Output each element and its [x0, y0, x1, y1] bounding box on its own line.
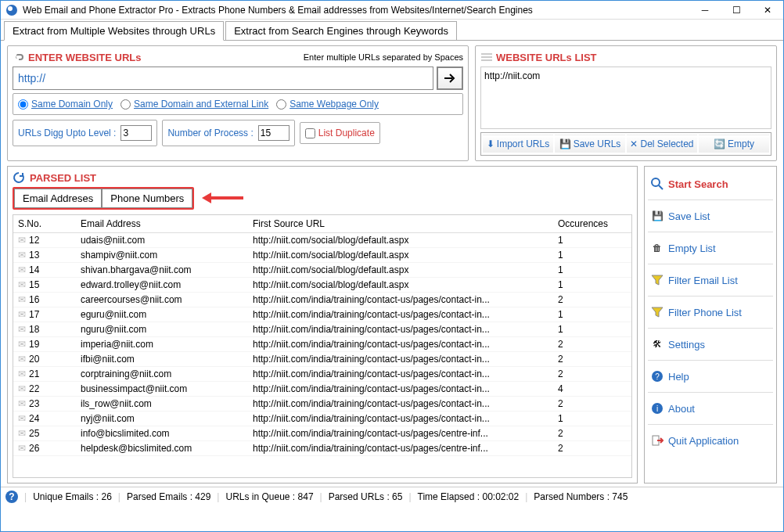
help-button[interactable]: ?Help [648, 365, 773, 387]
import-urls-button[interactable]: ⬇Import URLs [483, 135, 553, 153]
mail-icon: ✉ [18, 443, 26, 454]
digg-level-label: URLs Digg Upto Level : [18, 128, 116, 138]
stat-urls-queue: URLs in Queue : 847 [225, 491, 313, 502]
status-help-icon[interactable]: ? [5, 491, 18, 503]
del-selected-button[interactable]: ✕Del Selected [627, 135, 697, 153]
save-list-button[interactable]: 💾Save List [648, 205, 773, 227]
col-sno[interactable]: S.No. [13, 215, 76, 233]
refresh-icon [13, 171, 25, 184]
svg-rect-3 [481, 56, 492, 58]
empty-list-button[interactable]: 🗑Empty List [648, 237, 773, 259]
mode-tabs: Extract from Multiple Websites through U… [1, 20, 783, 41]
filter-icon [651, 306, 664, 318]
empty-icon: 🔄 [714, 138, 725, 149]
digg-level-input[interactable] [120, 125, 152, 141]
close-button[interactable]: ✕ [752, 1, 783, 20]
col-source[interactable]: First Source URL [248, 215, 553, 233]
table-row[interactable]: ✉12udais@niit.comhttp://niit.com/social/… [13, 233, 631, 248]
settings-button[interactable]: 🛠Settings [648, 333, 773, 355]
results-table-wrap[interactable]: S.No. Email Address First Source URL Occ… [13, 214, 632, 478]
annotation-arrow-icon [200, 189, 247, 207]
mail-icon: ✉ [18, 250, 26, 261]
about-button[interactable]: iAbout [648, 397, 773, 419]
stat-time-elapsed: Time Elapsed : 00:02:02 [418, 491, 520, 502]
filter-email-button[interactable]: Filter Email List [648, 269, 773, 291]
quit-button[interactable]: Quit Application [648, 430, 773, 451]
domain-scope-radios: Same Domain Only Same Domain and Externa… [13, 93, 463, 115]
table-row[interactable]: ✉26helpdesk@bicslimited.comhttp://niit.c… [13, 441, 631, 456]
app-icon [5, 4, 18, 16]
results-table: S.No. Email Address First Source URL Occ… [13, 215, 631, 456]
parsed-title: PARSED LIST [30, 172, 96, 184]
help-icon: ? [651, 370, 664, 383]
table-row[interactable]: ✉13shampiv@niit.comhttp://niit.com/socia… [13, 248, 631, 263]
url-list-item[interactable]: http://niit.com [484, 70, 768, 81]
mail-icon: ✉ [18, 383, 26, 394]
maximize-button[interactable]: ☐ [721, 1, 752, 20]
radio-same-domain[interactable]: Same Domain Only [18, 99, 113, 110]
mail-icon: ✉ [18, 309, 26, 320]
minimize-button[interactable]: ─ [689, 1, 721, 20]
search-icon [651, 178, 664, 190]
col-email[interactable]: Email Address [76, 215, 248, 233]
table-row[interactable]: ✉14shivan.bhargava@niit.comhttp://niit.c… [13, 263, 631, 278]
link-icon [13, 51, 25, 63]
arrow-right-icon [443, 71, 457, 85]
tab-phone-numbers[interactable]: Phone Numbers [102, 189, 192, 208]
table-row[interactable]: ✉21corptraining@niit.comhttp://niit.com/… [13, 367, 631, 382]
go-button[interactable] [437, 66, 463, 90]
window-title: Web Email and Phone Extractor Pro - Extr… [23, 5, 689, 16]
delete-icon: ✕ [630, 138, 638, 149]
digg-level-box: URLs Digg Upto Level : [13, 120, 157, 146]
trash-icon: 🗑 [651, 242, 664, 254]
stat-parsed-urls: Parsed URLs : 65 [329, 491, 403, 502]
url-input[interactable] [13, 66, 433, 90]
mail-icon: ✉ [18, 368, 26, 379]
svg-point-5 [652, 178, 660, 186]
list-duplicate-checkbox[interactable] [305, 128, 315, 138]
save-urls-button[interactable]: 💾Save URLs [555, 135, 625, 153]
side-panel: Start Search 💾Save List 🗑Empty List Filt… [644, 166, 777, 483]
main-row: PARSED LIST Email Addreses Phone Numbers… [1, 166, 783, 487]
mail-icon: ✉ [18, 294, 26, 305]
table-row[interactable]: ✉25info@bicslimited.comhttp://niit.com/i… [13, 426, 631, 441]
table-row[interactable]: ✉18nguru@niit.comhttp://niit.com/india/t… [13, 322, 631, 337]
info-icon: i [651, 402, 664, 415]
urls-list[interactable]: http://niit.com [480, 66, 771, 129]
mail-icon: ✉ [18, 235, 26, 246]
import-icon: ⬇ [487, 138, 494, 149]
stat-parsed-emails: Parsed Emails : 429 [127, 491, 210, 502]
svg-rect-4 [481, 59, 492, 61]
table-row[interactable]: ✉20ifbi@niit.comhttp://niit.com/india/tr… [13, 352, 631, 367]
process-count-input[interactable] [258, 125, 290, 141]
table-row[interactable]: ✉22businessimpact@niit.comhttp://niit.co… [13, 382, 631, 397]
tab-extract-keywords[interactable]: Extract from Search Engines through Keyw… [225, 21, 457, 40]
list-duplicate-box[interactable]: List Duplicate [300, 122, 380, 144]
result-tabs: Email Addreses Phone Numbers [13, 187, 194, 210]
table-row[interactable]: ✉24nyj@niit.comhttp://niit.com/india/tra… [13, 412, 631, 426]
tab-extract-urls[interactable]: Extract from Multiple Websites through U… [4, 21, 224, 41]
process-count-label: Number of Process : [167, 128, 253, 138]
radio-same-webpage[interactable]: Same Webpage Only [276, 99, 379, 110]
disk-icon: 💾 [651, 210, 664, 222]
mail-icon: ✉ [18, 339, 26, 350]
config-row: ENTER WEBSITE URLs Enter multiple URLs s… [1, 41, 783, 166]
list-icon [480, 51, 493, 63]
radio-same-domain-ext[interactable]: Same Domain and External Link [120, 99, 268, 110]
statusbar: ? | Unique Emails : 26| Parsed Emails : … [1, 487, 783, 505]
col-occurences[interactable]: Occurences [553, 215, 631, 233]
start-search-button[interactable]: Start Search [648, 173, 773, 195]
stat-unique-emails: Unique Emails : 26 [33, 491, 112, 502]
table-row[interactable]: ✉23ils_row@niit.comhttp://niit.com/india… [13, 397, 631, 412]
save-icon: 💾 [559, 138, 571, 149]
table-row[interactable]: ✉16careercourses@niit.comhttp://niit.com… [13, 293, 631, 307]
table-row[interactable]: ✉19imperia@niit.comhttp://niit.com/india… [13, 337, 631, 352]
filter-icon [651, 274, 664, 286]
table-row[interactable]: ✉15edward.trolley@niit.comhttp://niit.co… [13, 278, 631, 293]
mail-icon: ✉ [18, 428, 26, 439]
empty-button[interactable]: 🔄Empty [699, 135, 769, 153]
tab-email-addresses[interactable]: Email Addreses [14, 189, 102, 208]
table-row[interactable]: ✉17eguru@niit.comhttp://niit.com/india/t… [13, 307, 631, 322]
filter-phone-button[interactable]: Filter Phone List [648, 301, 773, 323]
list-duplicate-label: List Duplicate [318, 128, 375, 138]
